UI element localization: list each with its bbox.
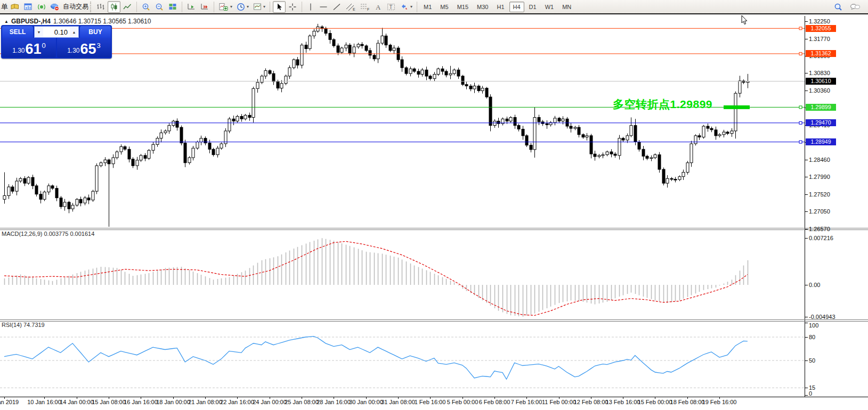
- buy-price-big: 65: [80, 43, 96, 56]
- price-tick-label: 1.32250: [809, 18, 830, 24]
- rsi-indicator-label: RSI(14) 74.7319: [2, 322, 45, 328]
- date-tick-label: 18 Jan 00:00: [156, 399, 190, 405]
- hline-price-badge: 1.32055: [806, 25, 836, 32]
- price-tick-label: 1.31770: [809, 36, 830, 42]
- date-tick-label: 1 Feb 16:00: [415, 399, 446, 405]
- price-tick-label: 1.27050: [809, 208, 830, 215]
- date-tick-label: 16 Jan 16:00: [124, 399, 158, 405]
- buy-price[interactable]: 1.30 65 3: [57, 38, 111, 58]
- hline-price-badge: 1.31362: [806, 50, 836, 57]
- sell-price-sup: 0: [42, 43, 46, 48]
- price-tick-label: 1.27520: [809, 191, 830, 198]
- volume-input[interactable]: 0.10: [43, 27, 70, 37]
- date-tick-label: 19 Feb 16:00: [702, 399, 737, 405]
- mt4-window: 单 自动交易 ▾: [0, 0, 868, 410]
- date-tick-label: 18 Feb 08:00: [670, 399, 705, 405]
- one-click-trading-panel: SELL ▼ 0.10 ▲ BUY 1.30 61 0 1.30 65 3: [1, 25, 112, 59]
- date-tick-label: 21 Jan 08:00: [188, 399, 222, 405]
- date-tick-label: 13 Feb 16:00: [606, 399, 640, 405]
- macd-values: 0.003775 0.001614: [44, 231, 94, 237]
- macd-tick-label: -0.004943: [809, 314, 835, 320]
- sell-button[interactable]: SELL: [2, 26, 33, 38]
- price-tick-label: 1.28460: [809, 157, 830, 163]
- sell-price-big: 61: [26, 43, 42, 56]
- date-tick-label: 7 Feb 16:00: [511, 399, 542, 405]
- ohlc-values: 1.30646 1.30715 1.30565 1.30610: [53, 18, 151, 25]
- chart-title: ▲ GBPUSD-,H4 1.30646 1.30715 1.30565 1.3…: [4, 18, 151, 25]
- date-tick-label: 28 Jan 16:00: [317, 399, 351, 405]
- annotation-text[interactable]: 多空转折点1.29899: [613, 97, 712, 112]
- date-tick-label: 25 Jan 08:00: [285, 399, 319, 405]
- sell-price[interactable]: 1.30 61 0: [2, 38, 56, 58]
- rsi-tick-label: 80: [809, 334, 815, 340]
- price-tick-label: 1.26570: [809, 226, 830, 232]
- price-tick-label: 1.27990: [809, 174, 830, 180]
- date-tick-label: 22 Jan 16:00: [220, 399, 254, 405]
- volume-decrease-button[interactable]: ▼: [35, 27, 43, 37]
- rsi-tick-label: 0: [809, 390, 812, 397]
- chart-canvas[interactable]: [0, 0, 868, 410]
- hline-price-badge: 1.29470: [806, 119, 836, 126]
- volume-spinner: ▼ 0.10 ▲: [34, 26, 79, 38]
- macd-tick-label: 0.007216: [809, 235, 833, 241]
- buy-price-sup: 3: [97, 43, 101, 48]
- date-tick-label: 15 Feb 00:00: [638, 399, 672, 405]
- hline-price-badge: 1.29899: [806, 104, 836, 111]
- date-tick-label: 10 Jan 16:00: [27, 399, 61, 405]
- date-tick-label: 15 Jan 08:00: [92, 399, 126, 405]
- hline-price-badge: 1.28949: [806, 138, 836, 145]
- collapse-triangle-icon[interactable]: ▲: [4, 19, 9, 24]
- date-tick-label: 24 Jan 00:00: [253, 399, 287, 405]
- price-tick-label: 1.30830: [809, 70, 830, 76]
- current-price-badge: 1.30610: [806, 78, 836, 85]
- buy-button[interactable]: BUY: [80, 26, 111, 38]
- price-tick-label: 1.30360: [809, 87, 830, 94]
- date-tick-label: 14 Jan 00:00: [60, 399, 94, 405]
- buy-price-small: 1.30: [67, 47, 79, 54]
- rsi-tick-label: 100: [809, 322, 818, 329]
- rsi-tick-label: 50: [809, 357, 815, 364]
- volume-increase-button[interactable]: ▲: [70, 27, 78, 37]
- date-tick-label: 11 Feb 00:00: [542, 399, 576, 405]
- date-tick-label: 30 Jan 00:00: [349, 399, 383, 405]
- date-tick-label: 9 Jan 2019: [0, 399, 19, 405]
- macd-tick-label: 0.00: [809, 282, 820, 288]
- date-tick-label: 5 Feb 00:00: [447, 399, 478, 405]
- symbol-period-label: GBPUSD-,H4: [11, 18, 51, 25]
- macd-indicator-label: MACD(12,26,9) 0.003775 0.001614: [2, 231, 94, 237]
- sell-price-small: 1.30: [12, 47, 25, 54]
- date-tick-label: 31 Jan 08:00: [381, 399, 415, 405]
- date-tick-label: 12 Feb 08:00: [574, 399, 609, 405]
- rsi-value: 74.7319: [23, 322, 45, 328]
- date-tick-label: 6 Feb 08:00: [479, 399, 510, 405]
